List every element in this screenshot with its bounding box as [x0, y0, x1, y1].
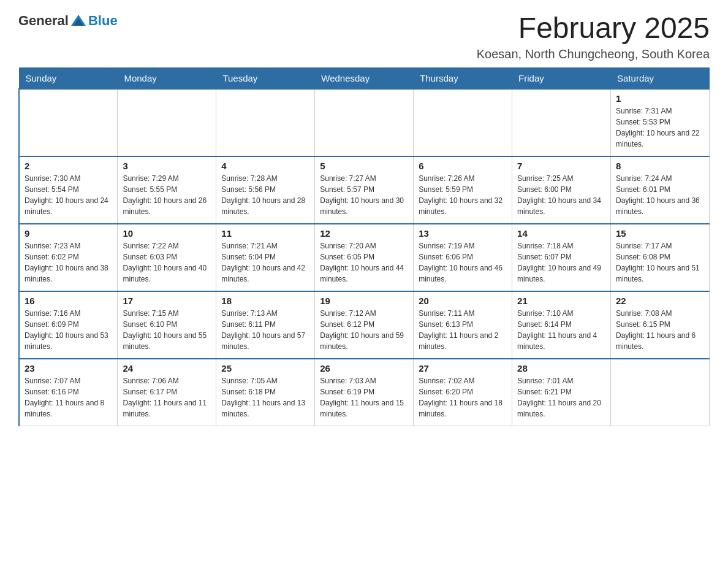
calendar-cell — [512, 89, 611, 156]
day-info: Sunrise: 7:03 AM Sunset: 6:19 PM Dayligh… — [320, 375, 408, 419]
day-info: Sunrise: 7:23 AM Sunset: 6:02 PM Dayligh… — [25, 240, 112, 285]
day-number: 25 — [221, 363, 309, 373]
weekday-header-thursday: Thursday — [414, 67, 512, 89]
day-number: 8 — [616, 161, 704, 171]
weekday-header-saturday: Saturday — [611, 67, 710, 89]
day-number: 27 — [419, 363, 507, 373]
day-info: Sunrise: 7:31 AM Sunset: 5:53 PM Dayligh… — [616, 105, 704, 150]
day-info: Sunrise: 7:15 AM Sunset: 6:10 PM Dayligh… — [123, 308, 211, 352]
calendar-cell: 21Sunrise: 7:10 AM Sunset: 6:14 PM Dayli… — [512, 291, 611, 359]
calendar-cell: 14Sunrise: 7:18 AM Sunset: 6:07 PM Dayli… — [512, 224, 611, 291]
calendar-cell — [118, 89, 216, 156]
day-number: 9 — [25, 228, 112, 239]
calendar-week-row: 23Sunrise: 7:07 AM Sunset: 6:16 PM Dayli… — [19, 359, 710, 426]
logo-text-general: General — [18, 13, 69, 29]
calendar-cell: 12Sunrise: 7:20 AM Sunset: 6:05 PM Dayli… — [315, 224, 414, 291]
day-info: Sunrise: 7:02 AM Sunset: 6:20 PM Dayligh… — [419, 375, 507, 419]
calendar-cell: 8Sunrise: 7:24 AM Sunset: 6:01 PM Daylig… — [611, 156, 710, 224]
day-number: 4 — [221, 161, 309, 171]
day-info: Sunrise: 7:30 AM Sunset: 5:54 PM Dayligh… — [25, 173, 112, 217]
day-number: 5 — [320, 161, 408, 171]
calendar-cell: 10Sunrise: 7:22 AM Sunset: 6:03 PM Dayli… — [118, 224, 216, 291]
day-number: 14 — [517, 228, 605, 239]
calendar-cell: 6Sunrise: 7:26 AM Sunset: 5:59 PM Daylig… — [414, 156, 512, 224]
day-info: Sunrise: 7:24 AM Sunset: 6:01 PM Dayligh… — [616, 173, 704, 217]
calendar-cell: 5Sunrise: 7:27 AM Sunset: 5:57 PM Daylig… — [315, 156, 414, 224]
calendar-week-row: 1Sunrise: 7:31 AM Sunset: 5:53 PM Daylig… — [19, 89, 710, 156]
calendar-table: SundayMondayTuesdayWednesdayThursdayFrid… — [18, 67, 710, 427]
day-number: 28 — [517, 363, 605, 373]
day-number: 26 — [320, 363, 408, 373]
day-info: Sunrise: 7:28 AM Sunset: 5:56 PM Dayligh… — [221, 173, 309, 217]
calendar-cell: 13Sunrise: 7:19 AM Sunset: 6:06 PM Dayli… — [414, 224, 512, 291]
calendar-cell: 23Sunrise: 7:07 AM Sunset: 6:16 PM Dayli… — [19, 359, 118, 426]
day-number: 10 — [123, 228, 211, 239]
calendar-cell: 17Sunrise: 7:15 AM Sunset: 6:10 PM Dayli… — [118, 291, 216, 359]
day-info: Sunrise: 7:11 AM Sunset: 6:13 PM Dayligh… — [419, 308, 507, 352]
calendar-cell: 22Sunrise: 7:08 AM Sunset: 6:15 PM Dayli… — [611, 291, 710, 359]
calendar-cell: 27Sunrise: 7:02 AM Sunset: 6:20 PM Dayli… — [414, 359, 512, 426]
day-info: Sunrise: 7:18 AM Sunset: 6:07 PM Dayligh… — [517, 240, 605, 285]
calendar-cell: 16Sunrise: 7:16 AM Sunset: 6:09 PM Dayli… — [19, 291, 118, 359]
day-number: 20 — [419, 296, 507, 306]
logo: General Blue — [18, 12, 118, 29]
calendar-week-row: 9Sunrise: 7:23 AM Sunset: 6:02 PM Daylig… — [19, 224, 710, 291]
day-number: 2 — [25, 161, 112, 171]
calendar-cell: 3Sunrise: 7:29 AM Sunset: 5:55 PM Daylig… — [118, 156, 216, 224]
calendar-title: February 2025 — [477, 12, 710, 45]
day-info: Sunrise: 7:10 AM Sunset: 6:14 PM Dayligh… — [517, 308, 605, 352]
day-number: 13 — [419, 228, 507, 239]
calendar-cell: 2Sunrise: 7:30 AM Sunset: 5:54 PM Daylig… — [19, 156, 118, 224]
calendar-cell: 20Sunrise: 7:11 AM Sunset: 6:13 PM Dayli… — [414, 291, 512, 359]
day-number: 18 — [221, 296, 309, 306]
day-number: 1 — [616, 93, 704, 104]
weekday-header-sunday: Sunday — [19, 67, 118, 89]
calendar-cell: 19Sunrise: 7:12 AM Sunset: 6:12 PM Dayli… — [315, 291, 414, 359]
weekday-header-tuesday: Tuesday — [216, 67, 315, 89]
day-info: Sunrise: 7:08 AM Sunset: 6:15 PM Dayligh… — [616, 308, 704, 352]
day-number: 21 — [517, 296, 605, 306]
logo-text-blue: Blue — [88, 13, 118, 29]
day-number: 19 — [320, 296, 408, 306]
day-number: 23 — [25, 363, 112, 373]
day-number: 15 — [616, 228, 704, 239]
calendar-cell: 4Sunrise: 7:28 AM Sunset: 5:56 PM Daylig… — [216, 156, 315, 224]
calendar-cell: 1Sunrise: 7:31 AM Sunset: 5:53 PM Daylig… — [611, 89, 710, 156]
day-info: Sunrise: 7:27 AM Sunset: 5:57 PM Dayligh… — [320, 173, 408, 217]
day-info: Sunrise: 7:17 AM Sunset: 6:08 PM Dayligh… — [616, 240, 704, 285]
calendar-cell — [414, 89, 512, 156]
day-number: 11 — [221, 228, 309, 239]
calendar-cell: 18Sunrise: 7:13 AM Sunset: 6:11 PM Dayli… — [216, 291, 315, 359]
day-info: Sunrise: 7:22 AM Sunset: 6:03 PM Dayligh… — [123, 240, 211, 285]
day-info: Sunrise: 7:29 AM Sunset: 5:55 PM Dayligh… — [123, 173, 211, 217]
calendar-cell — [216, 89, 315, 156]
weekday-header-wednesday: Wednesday — [315, 67, 414, 89]
day-info: Sunrise: 7:25 AM Sunset: 6:00 PM Dayligh… — [517, 173, 605, 217]
day-number: 17 — [123, 296, 211, 306]
calendar-cell — [315, 89, 414, 156]
day-number: 6 — [419, 161, 507, 171]
day-number: 16 — [25, 296, 112, 306]
day-info: Sunrise: 7:20 AM Sunset: 6:05 PM Dayligh… — [320, 240, 408, 285]
day-info: Sunrise: 7:26 AM Sunset: 5:59 PM Dayligh… — [419, 173, 507, 217]
day-number: 3 — [123, 161, 211, 171]
calendar-week-row: 16Sunrise: 7:16 AM Sunset: 6:09 PM Dayli… — [19, 291, 710, 359]
day-info: Sunrise: 7:13 AM Sunset: 6:11 PM Dayligh… — [221, 308, 309, 352]
calendar-cell: 15Sunrise: 7:17 AM Sunset: 6:08 PM Dayli… — [611, 224, 710, 291]
day-info: Sunrise: 7:12 AM Sunset: 6:12 PM Dayligh… — [320, 308, 408, 352]
day-number: 22 — [616, 296, 704, 306]
day-info: Sunrise: 7:01 AM Sunset: 6:21 PM Dayligh… — [517, 375, 605, 419]
day-number: 12 — [320, 228, 408, 239]
calendar-cell: 11Sunrise: 7:21 AM Sunset: 6:04 PM Dayli… — [216, 224, 315, 291]
calendar-cell: 28Sunrise: 7:01 AM Sunset: 6:21 PM Dayli… — [512, 359, 611, 426]
day-number: 7 — [517, 161, 605, 171]
calendar-week-row: 2Sunrise: 7:30 AM Sunset: 5:54 PM Daylig… — [19, 156, 710, 224]
day-info: Sunrise: 7:07 AM Sunset: 6:16 PM Dayligh… — [25, 375, 112, 419]
day-number: 24 — [123, 363, 211, 373]
calendar-cell: 9Sunrise: 7:23 AM Sunset: 6:02 PM Daylig… — [19, 224, 118, 291]
weekday-header-monday: Monday — [118, 67, 216, 89]
day-info: Sunrise: 7:19 AM Sunset: 6:06 PM Dayligh… — [419, 240, 507, 285]
day-info: Sunrise: 7:16 AM Sunset: 6:09 PM Dayligh… — [25, 308, 112, 352]
calendar-cell: 7Sunrise: 7:25 AM Sunset: 6:00 PM Daylig… — [512, 156, 611, 224]
calendar-cell: 24Sunrise: 7:06 AM Sunset: 6:17 PM Dayli… — [118, 359, 216, 426]
